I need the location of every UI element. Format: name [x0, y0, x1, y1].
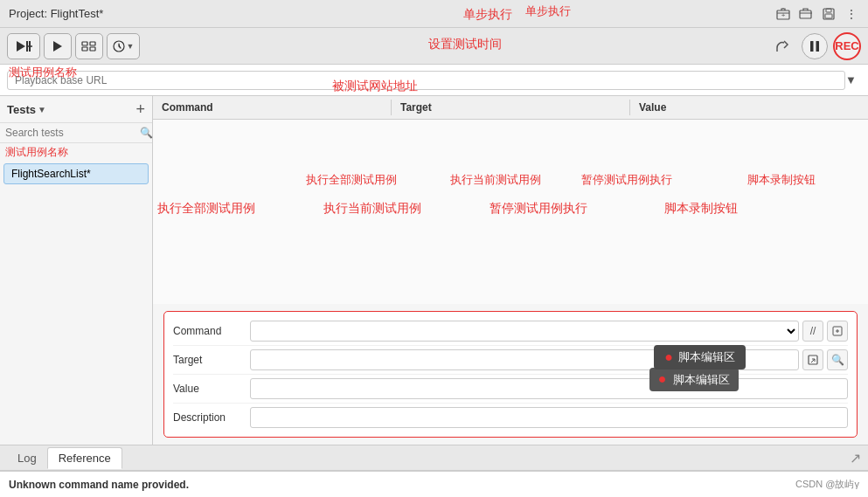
title-bar-left: Project: FlightTest* [9, 7, 103, 20]
table-header: Command Target Value [153, 96, 868, 120]
svg-text:+: + [781, 11, 786, 19]
svg-rect-2 [800, 10, 811, 18]
svg-rect-19 [809, 355, 817, 364]
record-label: REC [835, 39, 858, 52]
command-input-wrap: // [250, 321, 848, 342]
timer-button[interactable]: ▼ [107, 33, 140, 59]
col-value: Value [630, 100, 868, 115]
value-label: Value [173, 383, 243, 395]
command-dropdown[interactable] [250, 321, 799, 342]
main-content: Tests ▼ + 🔍 测试用例名称 FlightSearchList* Com… [0, 96, 868, 445]
new-folder-icon[interactable]: + [775, 6, 791, 22]
tab-log[interactable]: Log [7, 448, 47, 468]
svg-rect-13 [90, 42, 95, 45]
run-current-button[interactable] [44, 33, 72, 59]
annotation-record: 脚本录制按钮 [747, 172, 816, 188]
script-editor-annotation: ● 脚本编辑区 [649, 368, 739, 391]
description-row: Description [173, 404, 848, 431]
sidebar-header: Tests ▼ + [0, 96, 152, 123]
target-label: Target [173, 354, 243, 366]
url-dropdown-icon[interactable]: ▼ [845, 73, 861, 86]
svg-rect-11 [82, 42, 87, 45]
tab-reference[interactable]: Reference [47, 447, 122, 469]
svg-marker-6 [17, 41, 25, 52]
toolbar-left: ▼ [7, 33, 765, 59]
url-input[interactable] [7, 71, 845, 90]
title-bar-right: + ⋮ [775, 6, 859, 22]
status-message: Unknown command name provided. [9, 479, 189, 491]
command-label: Command [173, 325, 243, 337]
project-title: Project: FlightTest* [9, 7, 103, 20]
sidebar-dropdown-icon[interactable]: ▼ [38, 105, 46, 114]
open-folder-icon[interactable] [798, 6, 814, 22]
svg-rect-12 [82, 47, 87, 51]
svg-rect-4 [826, 9, 831, 12]
toolbar-wrapper: ▼ REC 单步执行 [0, 28, 868, 65]
app-container: Project: FlightTest* + ⋮ [0, 0, 868, 497]
sidebar: Tests ▼ + 🔍 测试用例名称 FlightSearchList* [0, 96, 153, 445]
more-icon[interactable]: ⋮ [844, 6, 859, 22]
toolbar-right: REC [768, 32, 861, 60]
value-row: Value [173, 375, 848, 404]
record-button[interactable]: REC [833, 32, 861, 60]
credit-label: CSDN @故屿γ [795, 478, 859, 491]
search-icon: 🔍 [140, 127, 153, 139]
value-input[interactable] [250, 378, 848, 399]
svg-rect-16 [810, 41, 814, 52]
col-target: Target [392, 100, 630, 115]
search-input[interactable] [5, 127, 136, 139]
title-bar: Project: FlightTest* + ⋮ [0, 0, 868, 28]
script-editor-wrapper: Command // Target [153, 304, 868, 445]
annotation-run-current: 执行当前测试用例 [450, 172, 541, 188]
status-bar: Unknown command name provided. CSDN @故屿γ [0, 471, 868, 497]
tab-expand-icon[interactable]: ↗ [850, 450, 861, 466]
svg-rect-14 [90, 47, 95, 51]
comment-btn[interactable]: // [802, 321, 823, 342]
command-row: Command // [173, 317, 848, 346]
sidebar-item-label: FlightSearchList* [11, 168, 91, 180]
description-input[interactable] [250, 407, 848, 428]
test-rows-area: 执行全部测试用例 执行当前测试用例 暂停测试用例执行 脚本录制按钮 被测试网站地… [153, 120, 868, 304]
svg-marker-10 [53, 41, 62, 52]
script-editor-label: 脚本编辑区 [673, 373, 730, 386]
sidebar-add-button[interactable]: + [135, 101, 145, 117]
annotation-run-all: 执行全部测试用例 [306, 172, 397, 188]
test-name-annotation: 测试用例名称 [0, 143, 152, 162]
target-input-wrap: 🔍 [250, 349, 848, 370]
description-input-wrap [250, 407, 848, 428]
sidebar-title: Tests [7, 103, 36, 116]
bottom-tabs: Log Reference ↗ [0, 445, 868, 471]
annotation-pause: 暂停测试用例执行 [581, 172, 672, 188]
target-search-btn[interactable]: 🔍 [827, 349, 848, 370]
script-editor: Command // Target [163, 311, 858, 438]
target-row: Target 🔍 [173, 346, 848, 375]
svg-rect-17 [816, 41, 820, 52]
description-label: Description [173, 411, 243, 424]
sidebar-item-flightsearchlist[interactable]: FlightSearchList* [3, 163, 149, 184]
col-command: Command [153, 100, 392, 115]
run-all-button[interactable] [7, 33, 40, 59]
svg-rect-5 [825, 14, 832, 18]
sidebar-search: 🔍 [0, 123, 152, 143]
url-bar: ▼ [0, 65, 868, 96]
test-area: Command Target Value 执行全部测试用例 执行当前测试用例 暂… [153, 96, 868, 445]
toolbar: ▼ REC [0, 28, 868, 65]
share-button[interactable] [768, 33, 796, 59]
target-select-btn[interactable] [802, 349, 823, 370]
expand-btn[interactable] [827, 321, 848, 342]
save-icon[interactable] [821, 6, 837, 22]
annotation-script-editor-dot: ● [658, 371, 667, 386]
pause-button[interactable] [802, 33, 828, 59]
step-button[interactable] [75, 33, 103, 59]
value-input-wrap [250, 378, 848, 399]
